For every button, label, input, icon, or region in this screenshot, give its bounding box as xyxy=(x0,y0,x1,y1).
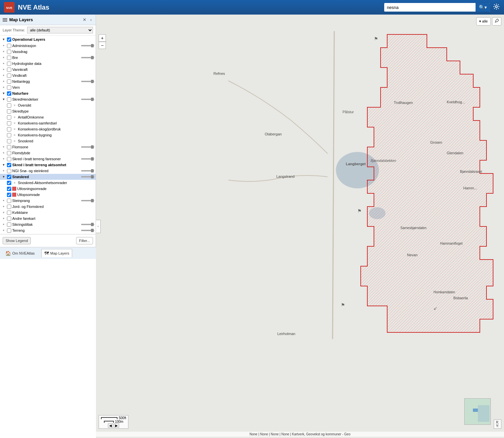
expand-icon[interactable]: + xyxy=(1,151,6,155)
utlosningsomrade-checkbox[interactable] xyxy=(7,187,11,191)
expand-icon[interactable]: + xyxy=(1,210,6,215)
steinprang-slider[interactable] xyxy=(81,200,94,201)
kvikklaire-checkbox[interactable] xyxy=(7,211,11,215)
map-canvas: Refnes Olabergan Pålstur Langberget Trol… xyxy=(96,15,504,438)
legend-icon: ≡ xyxy=(12,127,17,131)
header-settings-icon[interactable] xyxy=(493,3,500,12)
skred-faresoner-label: Skred i bratt terreng faresoner xyxy=(12,157,80,161)
expand-icon[interactable]: + xyxy=(1,79,6,84)
expand-icon[interactable]: ▼ xyxy=(1,97,6,102)
sikringstiltak-checkbox[interactable] xyxy=(7,222,11,227)
all-layers-button[interactable]: ▾ alle xyxy=(476,17,491,25)
expand-icon[interactable]: + xyxy=(1,55,6,60)
show-legend-button[interactable]: Show Legend xyxy=(3,237,31,244)
snoskred-sh-checkbox[interactable] xyxy=(7,139,11,143)
flomsone-checkbox[interactable] xyxy=(7,145,11,149)
expand-icon[interactable]: + xyxy=(1,73,6,78)
svg-point-2 xyxy=(495,6,497,8)
bre-checkbox[interactable] xyxy=(7,56,11,60)
sidebar-close-button[interactable]: ✕ xyxy=(81,17,88,23)
nettanlegg-slider[interactable] xyxy=(81,81,94,82)
expand-icon[interactable]: + xyxy=(1,157,6,161)
flomdybde-checkbox[interactable] xyxy=(7,151,11,155)
jord-flomskred-checkbox[interactable] xyxy=(7,205,11,209)
skredhendelser-checkbox[interactable] xyxy=(7,97,11,102)
expand-icon[interactable]: + xyxy=(1,228,6,233)
operational-layers-header[interactable]: ▼ Operational Layers xyxy=(0,36,96,43)
snoskred-slider[interactable] xyxy=(81,176,94,177)
nav-item-layers[interactable]: 🗺 Map Layers xyxy=(41,249,72,257)
naturfare-checkbox[interactable] xyxy=(7,91,11,96)
expand-icon[interactable]: ▼ xyxy=(1,91,6,96)
skred-faresoner-slider[interactable] xyxy=(81,158,94,160)
konsekvens-samferdsel-checkbox[interactable] xyxy=(7,121,11,125)
vindkraft-checkbox[interactable] xyxy=(7,73,11,78)
expand-icon[interactable]: + xyxy=(1,216,6,221)
sidebar-header: Map Layers ✕ ‹ xyxy=(0,15,96,25)
administrasjon-checkbox[interactable] xyxy=(7,44,11,48)
vassdrag-checkbox[interactable] xyxy=(7,50,11,54)
expand-icon[interactable]: + xyxy=(1,49,6,54)
zoom-in-button[interactable]: + xyxy=(99,34,106,42)
hydrologiske-checkbox[interactable] xyxy=(7,62,11,66)
sidebar-controls: ✕ ‹ xyxy=(81,17,93,23)
antallomkomne-label: AntallOmkomne xyxy=(18,115,94,119)
sikringstiltak-slider[interactable] xyxy=(81,224,94,225)
skredtype-checkbox[interactable] xyxy=(7,109,11,114)
snoskred-checkbox[interactable] xyxy=(7,175,11,179)
search-input[interactable] xyxy=(384,3,476,12)
scale-left-button[interactable]: ◀ xyxy=(108,423,113,428)
terreng-checkbox[interactable] xyxy=(7,228,11,233)
zoom-out-button[interactable]: − xyxy=(99,42,106,49)
expand-icon[interactable]: + xyxy=(1,145,6,149)
steinprang-checkbox[interactable] xyxy=(7,199,11,203)
ngi-snoskred-checkbox[interactable] xyxy=(7,169,11,173)
skredhendelser-slider[interactable] xyxy=(81,99,94,100)
antallomkomne-checkbox[interactable] xyxy=(7,115,11,120)
legend-icon: ≡ xyxy=(12,103,17,108)
konsekvens-skog-checkbox[interactable] xyxy=(7,127,11,131)
sidebar: Map Layers ✕ ‹ Layer Theme: alle (defaul… xyxy=(0,15,96,247)
bre-slider[interactable] xyxy=(81,57,94,58)
expand-icon[interactable]: ▼ xyxy=(1,163,6,167)
vannkraft-checkbox[interactable] xyxy=(7,68,11,72)
skred-aktsomhet-checkbox[interactable] xyxy=(7,163,11,167)
sidebar-collapse-button[interactable]: ‹ xyxy=(89,17,93,23)
sidebar-edge-collapse-button[interactable]: ‹ xyxy=(96,220,101,233)
terreng-slider[interactable] xyxy=(81,230,94,231)
konsekvens-bygning-checkbox[interactable] xyxy=(7,133,11,137)
expand-icon[interactable]: + xyxy=(1,169,6,173)
layers-icon: 🗺 xyxy=(44,251,49,256)
administrasjon-slider[interactable] xyxy=(81,45,94,46)
expand-icon[interactable]: + xyxy=(1,67,6,72)
expand-icon[interactable]: ▼ xyxy=(1,174,6,179)
expand-icon[interactable]: ▼ xyxy=(1,37,6,42)
flomsone-slider[interactable] xyxy=(81,146,94,148)
expand-icon[interactable]: + xyxy=(1,204,6,209)
nettanlegg-checkbox[interactable] xyxy=(7,79,11,84)
expand-icon[interactable]: + xyxy=(1,43,6,48)
flomdybde-label: Flomdybde xyxy=(12,151,94,155)
filter-button[interactable]: Filter... xyxy=(76,237,93,244)
nav-item-home[interactable]: 🏠 Om NVEAtlas xyxy=(3,249,37,257)
svg-text:Olabergan: Olabergan xyxy=(265,132,282,136)
utlopsomrade-checkbox[interactable] xyxy=(7,193,11,197)
ngi-snoskred-slider[interactable] xyxy=(81,170,94,171)
layer-theme-select[interactable]: alle (default) xyxy=(27,27,93,33)
snoskred-aktsomhet-checkbox[interactable] xyxy=(7,181,11,185)
oversikt-checkbox[interactable] xyxy=(7,103,11,108)
expand-icon[interactable]: + xyxy=(1,85,6,90)
vern-checkbox[interactable] xyxy=(7,85,11,90)
svg-rect-37 xyxy=(473,409,478,412)
search-button[interactable]: 🔍▾ xyxy=(476,3,490,12)
expand-icon[interactable]: + xyxy=(1,198,6,203)
andre-farekart-checkbox[interactable] xyxy=(7,217,11,221)
expand-icon[interactable]: + xyxy=(1,61,6,66)
map-area[interactable]: Refnes Olabergan Pålstur Langberget Trol… xyxy=(96,15,504,438)
operational-layers-checkbox[interactable] xyxy=(7,37,11,42)
layer-row: ▼ Naturfare xyxy=(0,90,96,96)
skred-faresoner-checkbox[interactable] xyxy=(7,157,11,161)
scale-right-button[interactable]: ▶ xyxy=(114,423,119,428)
expand-icon[interactable]: + xyxy=(1,222,6,227)
tools-button[interactable] xyxy=(492,17,501,25)
